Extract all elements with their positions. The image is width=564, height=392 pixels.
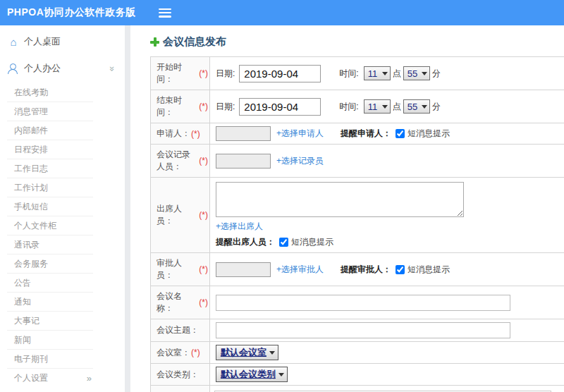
sidebar-item-label: 个人桌面 <box>24 35 61 48</box>
sms-label: 短消息提示 <box>407 264 450 276</box>
meeting-room-select[interactable]: 默认会议室 <box>216 345 278 360</box>
sidebar-item-label: 手机短信 <box>14 201 48 213</box>
approver-input[interactable] <box>216 262 271 277</box>
sms-reminder-checkbox[interactable] <box>396 129 405 138</box>
sidebar: ⌂ 个人桌面 个人办公 » 在线考勤消息管理内部邮件日程安排工作日志工作计划手机… <box>0 25 125 392</box>
sidebar-item-office[interactable]: 个人办公 » <box>0 55 125 82</box>
sidebar-item[interactable]: 工作计划 <box>7 178 93 197</box>
sidebar-item[interactable]: 公告 <box>7 274 93 293</box>
field-label: 会议类别： <box>157 369 199 381</box>
sidebar-item[interactable]: 内部邮件 <box>7 121 93 140</box>
hour-unit: 点 <box>393 68 401 80</box>
dropdown-arrow-icon <box>422 105 427 109</box>
sidebar-item-label: 通讯录 <box>14 239 39 251</box>
sidebar-item[interactable]: 会务服务 <box>7 255 93 274</box>
form-row-attendees: 出席人员：(*) +选择出席人 提醒出席人员： 短消息提示 <box>151 178 564 253</box>
meeting-subject-input[interactable] <box>216 322 510 338</box>
applicant-input[interactable] <box>216 126 271 141</box>
sidebar-item-label: 内部邮件 <box>14 125 48 137</box>
sidebar-item[interactable]: 个人文件柜 <box>7 216 93 235</box>
sidebar-item-label: 工作计划 <box>14 182 48 194</box>
sidebar-item[interactable]: 新闻 <box>7 331 93 350</box>
required-marker: (*) <box>199 298 208 307</box>
end-minute-select[interactable]: 55 <box>403 99 430 114</box>
home-icon: ⌂ <box>7 36 20 48</box>
sms-reminder-checkbox[interactable] <box>279 238 288 247</box>
date-label: 日期: <box>216 101 235 113</box>
sidebar-item[interactable]: 通知 <box>7 293 93 312</box>
sidebar-item-label: 个人文件柜 <box>14 220 56 232</box>
hour-unit: 点 <box>393 101 401 113</box>
required-marker: (*) <box>191 348 200 357</box>
chevron-right-icon: » <box>87 373 92 384</box>
field-label: 会议名称： <box>157 290 198 314</box>
required-marker: (*) <box>199 264 208 274</box>
start-minute-select[interactable]: 55 <box>403 66 430 80</box>
dropdown-arrow-icon <box>382 105 388 109</box>
form-row-meeting-category: 会议类别： 默认会议类别 <box>151 364 564 386</box>
time-label: 时间: <box>339 68 358 80</box>
reminder-label: 提醒出席人员： <box>216 236 275 248</box>
sidebar-item-label: 大事记 <box>14 315 39 327</box>
sidebar-item-label: 通知 <box>14 296 31 308</box>
sms-reminder-checkbox[interactable] <box>396 265 405 274</box>
choose-approver-link[interactable]: +选择审批人 <box>276 264 324 276</box>
end-hour-select[interactable]: 11 <box>364 99 391 114</box>
sidebar-item[interactable]: 手机短信 <box>7 197 93 216</box>
start-hour-select[interactable]: 11 <box>364 66 391 80</box>
main-panel: 会议信息发布 开始时间：(*) 日期: 时间: 11 点 55 分 结束时间：(… <box>130 25 564 392</box>
sidebar-item-label: 工作日志 <box>14 163 48 175</box>
sidebar-item[interactable]: 日程安排 <box>7 140 93 159</box>
sidebar-item-label: 新闻 <box>14 334 31 346</box>
menu-toggle-icon[interactable] <box>159 8 171 18</box>
sidebar-item[interactable]: 在线考勤 <box>7 83 93 102</box>
form-row-meeting-subject: 会议主题： <box>151 319 564 342</box>
time-label: 时间: <box>339 101 358 113</box>
field-label: 申请人： <box>157 128 190 140</box>
form-row-approver: 审批人员：(*) +选择审批人 提醒审批人： 短消息提示 <box>151 253 564 286</box>
meeting-category-select[interactable]: 默认会议类别 <box>216 367 288 382</box>
form-row-editor: HTML↶↷BIUAABCX²X₂✦66Aab 自定义标题段落格式字体字号 <box>151 386 564 392</box>
start-date-input[interactable] <box>239 65 321 82</box>
sidebar-item-label: 会务服务 <box>14 258 48 270</box>
sidebar-item[interactable]: 消息管理 <box>7 102 93 121</box>
required-marker: (*) <box>191 129 200 139</box>
form-row-start-time: 开始时间：(*) 日期: 时间: 11 点 55 分 <box>151 57 564 90</box>
form-row-applicant: 申请人：(*) +选择申请人 提醒申请人： 短消息提示 <box>151 123 564 145</box>
sidebar-item-label: 在线考勤 <box>14 87 48 99</box>
required-marker: (*) <box>199 102 208 111</box>
sms-label: 短消息提示 <box>291 236 333 248</box>
choose-attendees-link[interactable]: +选择出席人 <box>216 221 263 233</box>
sidebar-item-desktop[interactable]: ⌂ 个人桌面 <box>0 28 125 55</box>
attendees-textarea[interactable] <box>216 182 464 217</box>
sidebar-item-label: 电子期刊 <box>14 353 48 365</box>
dropdown-arrow-icon <box>269 351 275 355</box>
top-header: PHPOA协同办公软件政务版 <box>0 0 564 25</box>
choose-recorder-link[interactable]: +选择记录员 <box>276 155 324 167</box>
sidebar-item-supervision[interactable]: ⇄ 督查督办 » <box>0 388 125 392</box>
dropdown-arrow-icon <box>422 72 427 75</box>
minute-unit: 分 <box>432 101 441 113</box>
sidebar-item-label: 公告 <box>14 277 31 289</box>
sidebar-item[interactable]: 个人设置» <box>7 369 93 388</box>
date-label: 日期: <box>216 68 235 80</box>
required-marker: (*) <box>199 210 208 220</box>
sidebar-sub-list: 在线考勤消息管理内部邮件日程安排工作日志工作计划手机短信个人文件柜通讯录会务服务… <box>7 83 93 388</box>
sidebar-item[interactable]: 大事记 <box>7 312 93 331</box>
recorder-input[interactable] <box>216 154 271 169</box>
sidebar-item[interactable]: 电子期刊 <box>7 350 93 369</box>
form-row-meeting-name: 会议名称：(*) <box>151 286 564 319</box>
sidebar-item[interactable]: 工作日志 <box>7 159 93 178</box>
choose-applicant-link[interactable]: +选择申请人 <box>276 128 324 140</box>
sidebar-item-label: 消息管理 <box>14 106 48 118</box>
field-label: 会议记录人员： <box>157 149 198 173</box>
meeting-name-input[interactable] <box>216 295 510 311</box>
sidebar-item-label: 日程安排 <box>14 144 48 156</box>
page-title: 会议信息发布 <box>150 35 564 49</box>
plus-icon <box>150 37 159 47</box>
meeting-form: 开始时间：(*) 日期: 时间: 11 点 55 分 结束时间：(*) 日期: … <box>150 56 564 392</box>
app-title: PHPOA协同办公软件政务版 <box>0 6 136 19</box>
end-date-input[interactable] <box>239 98 321 116</box>
sms-label: 短消息提示 <box>407 128 450 140</box>
sidebar-item[interactable]: 通讯录 <box>7 235 93 255</box>
